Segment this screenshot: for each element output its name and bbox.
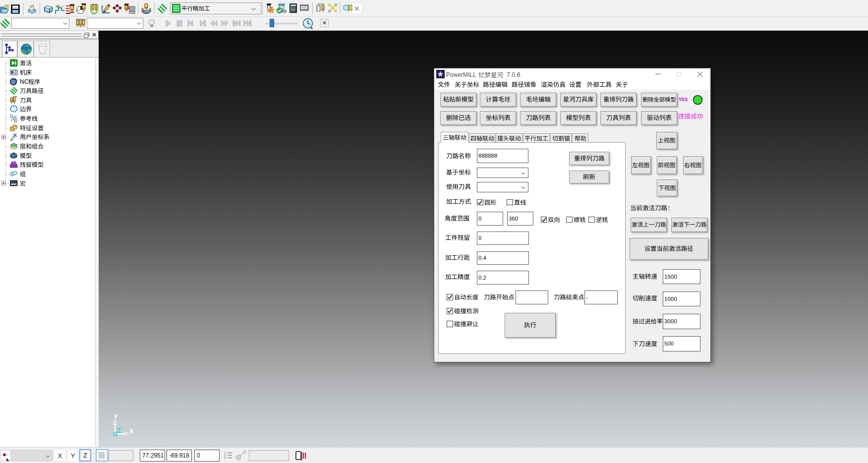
- svg-text:Z: Z: [117, 426, 121, 434]
- svg-text:X: X: [129, 427, 134, 435]
- svg-text:z: z: [224, 457, 226, 460]
- svg-text:Y: Y: [114, 413, 118, 420]
